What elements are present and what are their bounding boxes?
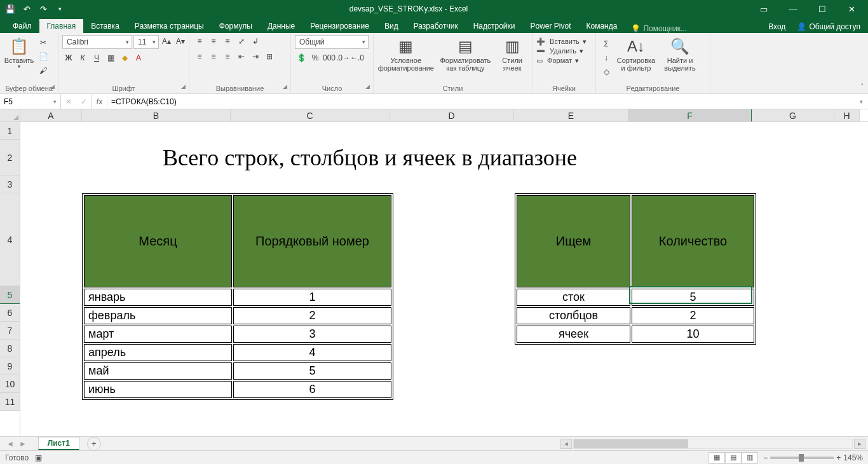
cell[interactable]: апрель [84, 344, 232, 361]
cell[interactable]: май [84, 362, 232, 380]
comma-icon[interactable]: 000 [323, 52, 336, 64]
italic-button[interactable]: К [76, 52, 89, 64]
tab-page-layout[interactable]: Разметка страницы [127, 19, 212, 33]
ribbon-options-icon[interactable]: ▭ [750, 1, 778, 17]
col-header[interactable]: D [390, 109, 514, 121]
copy-icon[interactable]: 📄 [37, 50, 50, 63]
align-left-icon[interactable]: ≡ [193, 50, 206, 63]
orientation-icon[interactable]: ⤢ [235, 35, 248, 48]
cell[interactable]: 5 [233, 362, 391, 380]
row-header[interactable]: 3 [0, 176, 20, 193]
number-format-combo[interactable]: Общий▾ [295, 35, 369, 49]
align-bottom-icon[interactable]: ≡ [221, 35, 234, 48]
number-dialog-launcher[interactable]: ◢ [363, 83, 372, 92]
clear-icon[interactable]: ◇ [600, 65, 613, 78]
tab-addins[interactable]: Надстройки [466, 19, 523, 33]
row-header[interactable]: 8 [0, 340, 20, 357]
font-dialog-launcher[interactable]: ◢ [179, 83, 187, 92]
sheet-tab[interactable]: Лист1 [38, 437, 79, 450]
tab-formulas[interactable]: Формулы [212, 19, 260, 33]
page-layout-view-icon[interactable]: ▤ [725, 452, 742, 464]
formula-input[interactable]: =СТРОКА(B5:C10) [107, 94, 854, 109]
maximize-icon[interactable]: ☐ [808, 1, 836, 17]
cell[interactable]: февраль [84, 307, 232, 324]
font-name-combo[interactable]: Calibri▾ [62, 35, 132, 49]
page-break-view-icon[interactable]: ▥ [742, 452, 758, 464]
merge-icon[interactable]: ⊞ [263, 50, 276, 63]
tab-developer[interactable]: Разработчик [406, 19, 466, 33]
expand-formula-bar-icon[interactable]: ▾ [854, 94, 868, 109]
decrease-font-icon[interactable]: A▾ [174, 35, 187, 48]
row-header[interactable]: 4 [0, 193, 20, 286]
align-top-icon[interactable]: ≡ [193, 35, 206, 48]
name-box[interactable]: F5 ▾ [0, 94, 61, 109]
format-cells-button[interactable]: ▭ Формат ▾ [536, 57, 579, 65]
paste-button[interactable]: 📋 Вставить ▾ [4, 35, 34, 70]
cell[interactable]: 1 [233, 289, 391, 306]
decrease-decimal-icon[interactable]: ←.0 [351, 52, 363, 64]
redo-icon[interactable]: ↷ [36, 2, 51, 16]
cell[interactable]: март [84, 326, 232, 343]
row-header[interactable]: 11 [0, 393, 20, 411]
align-middle-icon[interactable]: ≡ [207, 35, 220, 48]
cell[interactable]: сток [517, 289, 630, 306]
row-header[interactable]: 10 [0, 375, 20, 393]
cell[interactable]: июнь [84, 381, 232, 398]
percent-icon[interactable]: % [309, 52, 322, 64]
currency-icon[interactable]: 💲 [295, 52, 308, 64]
scroll-thumb[interactable] [574, 439, 688, 448]
col-header[interactable]: H [834, 109, 860, 121]
tab-insert[interactable]: Вставка [83, 19, 127, 33]
share-button[interactable]: 👤 Общий доступ [793, 20, 864, 33]
cell[interactable]: 5 [632, 289, 754, 306]
bold-button[interactable]: Ж [62, 52, 75, 64]
cell[interactable]: 3 [233, 326, 391, 343]
clipboard-dialog-launcher[interactable]: ◢ [48, 83, 57, 92]
cell[interactable]: ячеек [517, 326, 630, 343]
find-select-button[interactable]: 🔍Найти и выделить [660, 35, 700, 72]
normal-view-icon[interactable]: ▦ [709, 452, 725, 464]
col-header[interactable]: F [628, 109, 752, 121]
zoom-out-button[interactable]: − [763, 453, 768, 462]
increase-indent-icon[interactable]: ⇥ [249, 50, 262, 63]
align-center-icon[interactable]: ≡ [207, 50, 220, 63]
cell[interactable]: 2 [233, 307, 391, 324]
qat-customize-icon[interactable]: ▾ [52, 2, 67, 16]
cell[interactable]: 4 [233, 344, 391, 361]
cell[interactable]: 10 [632, 326, 754, 343]
col-header[interactable]: A [20, 109, 82, 121]
tab-team[interactable]: Команда [579, 19, 625, 33]
cell[interactable]: 2 [632, 307, 754, 324]
row-header[interactable]: 7 [0, 322, 20, 340]
col-header[interactable]: G [752, 109, 834, 121]
sheet-nav-next-icon[interactable]: ► [19, 439, 27, 448]
cell[interactable]: январь [84, 289, 232, 306]
zoom-in-button[interactable]: + [836, 453, 841, 462]
sign-in-button[interactable]: Вход [764, 20, 789, 33]
col-header[interactable]: E [514, 109, 628, 121]
collapse-ribbon-icon[interactable]: ˄ [860, 83, 864, 91]
tab-home[interactable]: Главная [39, 19, 84, 33]
scroll-right-icon[interactable]: ► [854, 439, 865, 449]
chevron-down-icon[interactable]: ▾ [53, 99, 57, 105]
format-painter-icon[interactable]: 🖌 [37, 64, 50, 77]
border-icon[interactable]: ▦ [104, 52, 117, 64]
sheet-nav-prev-icon[interactable]: ◄ [6, 439, 14, 448]
align-right-icon[interactable]: ≡ [221, 50, 234, 63]
font-color-icon[interactable]: A [132, 52, 145, 64]
cell[interactable]: столбцов [517, 307, 630, 324]
cancel-formula-icon[interactable]: ✕ [64, 97, 74, 106]
tell-me-search[interactable]: 💡 Помощник... [625, 24, 693, 33]
row-header[interactable]: 9 [0, 357, 20, 375]
autosum-icon[interactable]: Σ [600, 38, 613, 50]
cut-icon[interactable]: ✂ [37, 36, 50, 49]
delete-cells-button[interactable]: ➖ Удалить ▾ [536, 47, 583, 55]
close-icon[interactable]: ✕ [837, 1, 865, 17]
tab-review[interactable]: Рецензирование [302, 19, 377, 33]
cell[interactable]: 6 [233, 381, 391, 398]
sort-filter-button[interactable]: A↓Сортировка и фильтр [615, 35, 657, 72]
macro-record-icon[interactable]: ▣ [35, 453, 42, 462]
fill-color-icon[interactable]: ◆ [118, 52, 131, 64]
scroll-left-icon[interactable]: ◄ [560, 439, 572, 449]
minimize-icon[interactable]: — [779, 1, 807, 17]
